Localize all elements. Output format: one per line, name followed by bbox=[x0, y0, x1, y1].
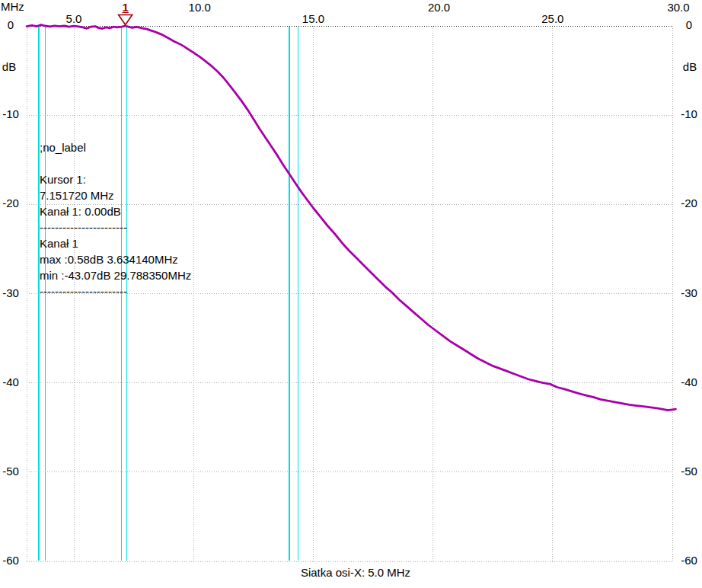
y-tick-label-left: -60 bbox=[2, 554, 19, 566]
y-tick-label-right: -10 bbox=[681, 108, 697, 120]
y-tick-label-right: -60 bbox=[681, 554, 697, 566]
annotation-line: Kanał 1 bbox=[40, 235, 191, 251]
y-tick-label-right: -40 bbox=[681, 375, 697, 387]
x-tick-label: 20.0 bbox=[428, 2, 450, 13]
cursor-marker[interactable] bbox=[119, 15, 132, 25]
y-tick-label-left: -40 bbox=[2, 375, 19, 387]
cursor-triangle-icon[interactable] bbox=[119, 15, 132, 25]
y-axis-unit-right: dB bbox=[683, 61, 697, 72]
x-tick-label: 5.0 bbox=[66, 13, 82, 24]
annotation-line: Kanał 1: 0.00dB bbox=[40, 203, 191, 219]
annotation-line: max :0.58dB 3.634140MHz bbox=[40, 251, 191, 267]
y-tick-label-right: -30 bbox=[681, 286, 697, 298]
y-tick-label-right: -50 bbox=[681, 465, 697, 476]
y-tick-label-left: -30 bbox=[2, 286, 19, 298]
y-tick-label-right: 0 bbox=[686, 19, 692, 30]
x-tick-label: 10.0 bbox=[189, 2, 211, 13]
y-axis-unit-left: dB bbox=[2, 61, 16, 72]
y-tick-label-left: -20 bbox=[2, 197, 19, 209]
measurement-annotation: ;no_label Kursor 1:7.151720 MHzKanał 1: … bbox=[40, 139, 191, 299]
annotation-line: Kursor 1: bbox=[40, 171, 191, 187]
y-tick-label-right: -20 bbox=[681, 197, 697, 209]
x-grid-step-label: Siatka osi-X: 5.0 MHz bbox=[279, 566, 432, 579]
annotation-line: 7.151720 MHz bbox=[40, 187, 191, 203]
y-tick-label-left: -50 bbox=[2, 465, 19, 476]
x-axis-unit-top-left: MHz bbox=[1, 1, 24, 12]
x-tick-label: 15.0 bbox=[302, 13, 324, 24]
y-tick-label-left: -10 bbox=[2, 108, 19, 120]
annotation-line: ;no_label bbox=[40, 139, 191, 155]
x-tick-label: 30.0 bbox=[667, 2, 689, 13]
annotation-line: min :-43.07dB 29.788350MHz bbox=[40, 267, 191, 283]
annotation-line bbox=[40, 155, 191, 171]
frequency-response-chart: MHz 5.010.015.020.025.030.0 0-10-20-30-4… bbox=[0, 0, 702, 588]
annotation-line: ----------------------- bbox=[40, 219, 191, 235]
annotation-line: ----------------------- bbox=[40, 283, 191, 299]
cursor-number-label[interactable]: 1 bbox=[116, 1, 135, 14]
y-tick-label-left: 0 bbox=[8, 19, 14, 30]
x-tick-label: 25.0 bbox=[541, 13, 563, 24]
